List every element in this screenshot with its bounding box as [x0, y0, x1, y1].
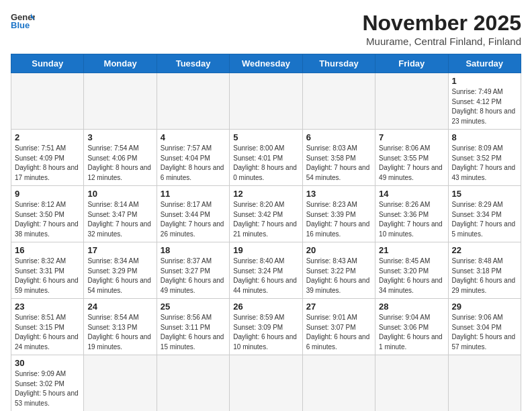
calendar-row-4: 23Sunrise: 8:51 AM Sunset: 3:15 PM Dayli… — [11, 299, 521, 355]
day-number: 10 — [87, 189, 152, 199]
calendar-cell — [302, 355, 375, 412]
day-info: Sunrise: 8:14 AM Sunset: 3:47 PM Dayligh… — [87, 200, 152, 239]
weekday-header-monday: Monday — [84, 54, 157, 73]
weekday-header-wednesday: Wednesday — [230, 54, 302, 73]
calendar-cell: 3Sunrise: 7:54 AM Sunset: 4:06 PM Daylig… — [84, 130, 157, 186]
calendar-row-2: 9Sunrise: 8:12 AM Sunset: 3:50 PM Daylig… — [11, 186, 521, 242]
calendar-row-0: 1Sunrise: 7:49 AM Sunset: 4:12 PM Daylig… — [11, 73, 521, 130]
day-info: Sunrise: 7:54 AM Sunset: 4:06 PM Dayligh… — [87, 144, 152, 183]
day-info: Sunrise: 8:51 AM Sunset: 3:15 PM Dayligh… — [15, 313, 80, 352]
calendar-cell: 1Sunrise: 7:49 AM Sunset: 4:12 PM Daylig… — [448, 73, 521, 130]
day-info: Sunrise: 7:49 AM Sunset: 4:12 PM Dayligh… — [452, 87, 517, 126]
calendar-cell: 23Sunrise: 8:51 AM Sunset: 3:15 PM Dayli… — [11, 299, 84, 355]
calendar-cell — [11, 73, 84, 130]
calendar-cell: 11Sunrise: 8:17 AM Sunset: 3:44 PM Dayli… — [157, 186, 229, 242]
calendar-cell: 28Sunrise: 9:04 AM Sunset: 3:06 PM Dayli… — [375, 299, 448, 355]
day-info: Sunrise: 8:59 AM Sunset: 3:09 PM Dayligh… — [233, 313, 298, 352]
calendar-cell: 2Sunrise: 7:51 AM Sunset: 4:09 PM Daylig… — [11, 130, 84, 186]
day-number: 29 — [452, 302, 517, 312]
calendar-cell: 18Sunrise: 8:37 AM Sunset: 3:27 PM Dayli… — [157, 242, 229, 299]
day-number: 5 — [233, 132, 298, 142]
day-number: 15 — [452, 189, 517, 199]
calendar-cell: 14Sunrise: 8:26 AM Sunset: 3:36 PM Dayli… — [375, 186, 448, 242]
calendar-cell: 24Sunrise: 8:54 AM Sunset: 3:13 PM Dayli… — [84, 299, 157, 355]
day-number: 24 — [87, 302, 152, 312]
day-info: Sunrise: 8:56 AM Sunset: 3:11 PM Dayligh… — [161, 313, 226, 352]
calendar-cell: 15Sunrise: 8:29 AM Sunset: 3:34 PM Dayli… — [448, 186, 521, 242]
calendar-cell — [157, 355, 229, 412]
calendar-cell: 7Sunrise: 8:06 AM Sunset: 3:55 PM Daylig… — [375, 130, 448, 186]
day-info: Sunrise: 9:04 AM Sunset: 3:06 PM Dayligh… — [379, 313, 444, 352]
day-info: Sunrise: 8:12 AM Sunset: 3:50 PM Dayligh… — [15, 200, 80, 239]
calendar-cell: 16Sunrise: 8:32 AM Sunset: 3:31 PM Dayli… — [11, 242, 84, 299]
day-info: Sunrise: 8:03 AM Sunset: 3:58 PM Dayligh… — [306, 144, 371, 183]
day-info: Sunrise: 8:40 AM Sunset: 3:24 PM Dayligh… — [233, 257, 298, 295]
day-info: Sunrise: 8:17 AM Sunset: 3:44 PM Dayligh… — [161, 200, 226, 239]
calendar-cell — [84, 355, 157, 412]
calendar-cell: 27Sunrise: 9:01 AM Sunset: 3:07 PM Dayli… — [302, 299, 375, 355]
day-info: Sunrise: 8:20 AM Sunset: 3:42 PM Dayligh… — [233, 200, 298, 239]
calendar-cell: 8Sunrise: 8:09 AM Sunset: 3:52 PM Daylig… — [448, 130, 521, 186]
calendar-cell — [448, 355, 521, 412]
day-number: 2 — [15, 132, 80, 142]
day-number: 28 — [379, 302, 444, 312]
calendar-cell: 20Sunrise: 8:43 AM Sunset: 3:22 PM Dayli… — [302, 242, 375, 299]
day-number: 21 — [379, 245, 444, 255]
calendar-cell — [230, 73, 302, 130]
day-number: 27 — [306, 302, 371, 312]
day-number: 7 — [379, 132, 444, 142]
day-info: Sunrise: 8:09 AM Sunset: 3:52 PM Dayligh… — [452, 144, 517, 183]
calendar-cell: 17Sunrise: 8:34 AM Sunset: 3:29 PM Dayli… — [84, 242, 157, 299]
day-number: 20 — [306, 245, 371, 255]
day-info: Sunrise: 8:26 AM Sunset: 3:36 PM Dayligh… — [379, 200, 444, 239]
day-number: 11 — [161, 189, 226, 199]
day-number: 23 — [15, 302, 80, 312]
calendar-cell: 22Sunrise: 8:48 AM Sunset: 3:18 PM Dayli… — [448, 242, 521, 299]
day-number: 9 — [15, 189, 80, 199]
logo-icon: General Blue — [11, 11, 35, 30]
day-info: Sunrise: 7:51 AM Sunset: 4:09 PM Dayligh… — [15, 144, 80, 183]
calendar-cell — [230, 355, 302, 412]
month-year-title: November 2025 — [362, 11, 521, 36]
day-info: Sunrise: 9:01 AM Sunset: 3:07 PM Dayligh… — [306, 313, 371, 352]
calendar-cell — [302, 73, 375, 130]
day-info: Sunrise: 8:45 AM Sunset: 3:20 PM Dayligh… — [379, 257, 444, 295]
day-number: 16 — [15, 245, 80, 255]
weekday-header-sunday: Sunday — [11, 54, 84, 73]
calendar-cell: 26Sunrise: 8:59 AM Sunset: 3:09 PM Dayli… — [230, 299, 302, 355]
calendar-row-1: 2Sunrise: 7:51 AM Sunset: 4:09 PM Daylig… — [11, 130, 521, 186]
title-block: November 2025 Muurame, Central Finland, … — [362, 11, 521, 47]
calendar-row-3: 16Sunrise: 8:32 AM Sunset: 3:31 PM Dayli… — [11, 242, 521, 299]
day-info: Sunrise: 8:48 AM Sunset: 3:18 PM Dayligh… — [452, 257, 517, 295]
calendar-cell: 10Sunrise: 8:14 AM Sunset: 3:47 PM Dayli… — [84, 186, 157, 242]
day-info: Sunrise: 9:09 AM Sunset: 3:02 PM Dayligh… — [15, 369, 80, 408]
day-number: 26 — [233, 302, 298, 312]
day-number: 18 — [161, 245, 226, 255]
weekday-header-saturday: Saturday — [448, 54, 521, 73]
day-number: 3 — [87, 132, 152, 142]
calendar-cell: 4Sunrise: 7:57 AM Sunset: 4:04 PM Daylig… — [157, 130, 229, 186]
page-header: General Blue November 2025 Muurame, Cent… — [11, 11, 521, 47]
day-info: Sunrise: 8:06 AM Sunset: 3:55 PM Dayligh… — [379, 144, 444, 183]
calendar-cell — [375, 355, 448, 412]
day-number: 17 — [87, 245, 152, 255]
day-info: Sunrise: 8:34 AM Sunset: 3:29 PM Dayligh… — [87, 257, 152, 295]
location-subtitle: Muurame, Central Finland, Finland — [362, 36, 521, 47]
calendar-cell: 6Sunrise: 8:03 AM Sunset: 3:58 PM Daylig… — [302, 130, 375, 186]
calendar-table: SundayMondayTuesdayWednesdayThursdayFrid… — [11, 54, 521, 411]
day-number: 4 — [161, 132, 226, 142]
calendar-cell: 29Sunrise: 9:06 AM Sunset: 3:04 PM Dayli… — [448, 299, 521, 355]
weekday-header-row: SundayMondayTuesdayWednesdayThursdayFrid… — [11, 54, 521, 73]
calendar-cell — [375, 73, 448, 130]
weekday-header-thursday: Thursday — [302, 54, 375, 73]
day-info: Sunrise: 9:06 AM Sunset: 3:04 PM Dayligh… — [452, 313, 517, 352]
logo: General Blue — [11, 11, 35, 30]
day-number: 25 — [161, 302, 226, 312]
calendar-cell — [84, 73, 157, 130]
day-number: 13 — [306, 189, 371, 199]
day-number: 12 — [233, 189, 298, 199]
day-number: 6 — [306, 132, 371, 142]
day-info: Sunrise: 8:23 AM Sunset: 3:39 PM Dayligh… — [306, 200, 371, 239]
calendar-cell: 25Sunrise: 8:56 AM Sunset: 3:11 PM Dayli… — [157, 299, 229, 355]
calendar-cell: 5Sunrise: 8:00 AM Sunset: 4:01 PM Daylig… — [230, 130, 302, 186]
